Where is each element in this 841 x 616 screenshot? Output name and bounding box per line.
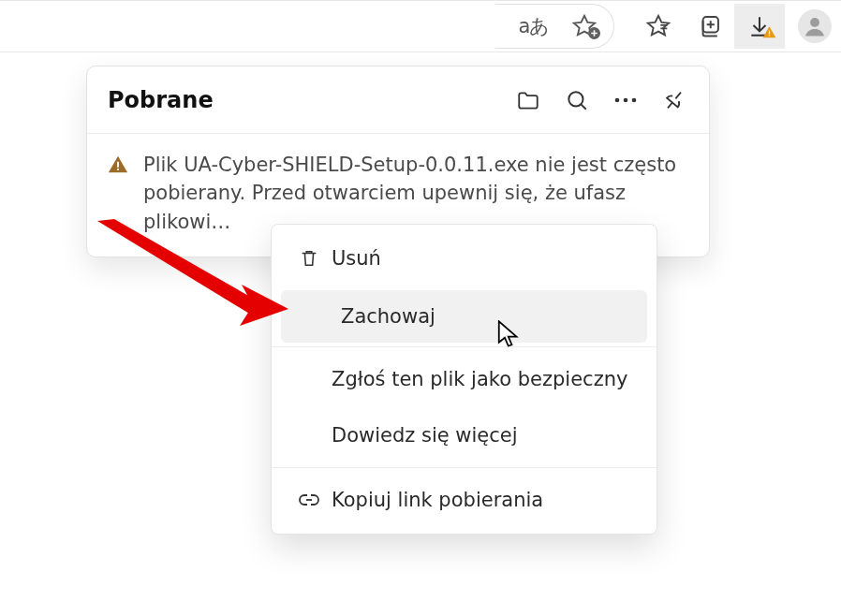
menu-keep[interactable]: Zachowaj <box>281 290 647 343</box>
menu-item-label: Usuń <box>332 247 381 270</box>
translate-button[interactable]: aあ <box>509 4 559 49</box>
svg-rect-3 <box>769 35 770 36</box>
downloads-button[interactable] <box>734 4 785 49</box>
favorites-button[interactable] <box>633 4 684 49</box>
add-favorite-button[interactable] <box>559 4 610 49</box>
menu-separator <box>272 467 657 468</box>
warning-icon <box>108 154 128 236</box>
menu-report-safe[interactable]: Zgłoś ten plik jako bezpieczny <box>272 351 657 407</box>
menu-copy-link[interactable]: Kopiuj link pobierania <box>272 472 657 528</box>
downloads-panel-header: Pobrane <box>87 66 709 134</box>
warning-badge-icon <box>762 25 776 39</box>
svg-point-8 <box>632 97 637 102</box>
menu-delete[interactable]: Usuń <box>272 230 657 286</box>
link-icon <box>287 489 332 511</box>
svg-rect-9 <box>117 162 119 168</box>
downloads-panel-title: Pobrane <box>108 87 514 113</box>
svg-point-7 <box>624 97 628 102</box>
address-bar-right: aあ <box>495 4 614 49</box>
collections-button[interactable] <box>684 4 734 49</box>
menu-item-label: Dowiedz się więcej <box>332 424 518 447</box>
menu-item-label: Zachowaj <box>341 305 435 328</box>
search-downloads-button[interactable] <box>563 86 591 114</box>
svg-point-5 <box>568 92 583 106</box>
open-folder-button[interactable] <box>514 86 542 114</box>
profile-avatar[interactable] <box>798 9 832 43</box>
svg-point-6 <box>615 97 620 102</box>
pin-panel-button[interactable] <box>660 86 688 114</box>
context-menu: Usuń Zachowaj Zgłoś ten plik jako bezpie… <box>271 224 657 535</box>
svg-rect-2 <box>769 31 770 35</box>
svg-point-4 <box>810 18 819 27</box>
menu-separator <box>272 346 657 347</box>
trash-icon <box>287 248 332 269</box>
menu-learn-more[interactable]: Dowiedz się więcej <box>272 407 657 463</box>
svg-rect-10 <box>117 169 119 170</box>
menu-item-label: Kopiuj link pobierania <box>332 489 543 511</box>
menu-item-label: Zgłoś ten plik jako bezpieczny <box>332 368 627 390</box>
more-options-button[interactable] <box>612 86 640 114</box>
browser-toolbar: aあ <box>0 0 841 52</box>
